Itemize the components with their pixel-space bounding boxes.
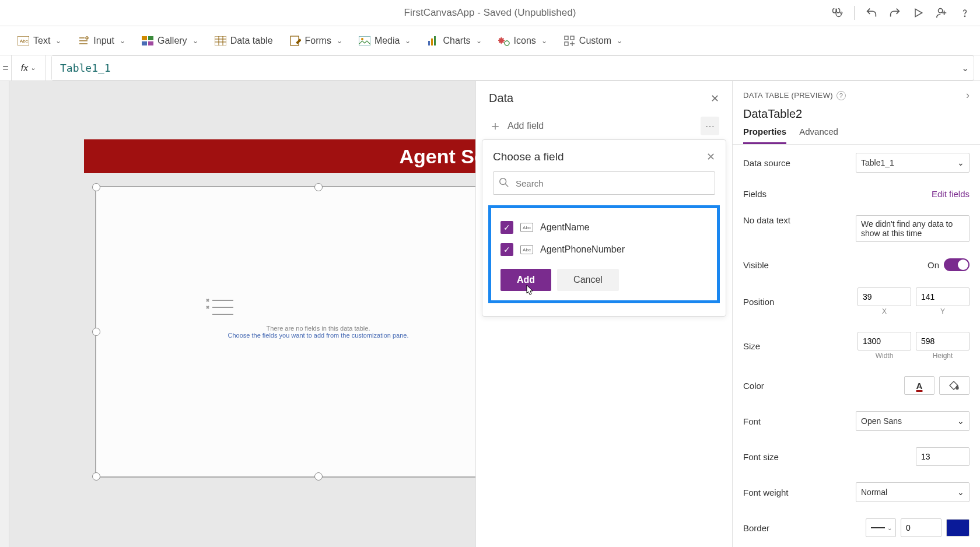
resize-handle-nw[interactable]	[92, 183, 100, 191]
border-color-picker[interactable]	[946, 519, 970, 537]
svg-point-8	[86, 37, 88, 39]
add-field-button[interactable]: ＋ Add field	[489, 117, 544, 135]
ribbon-icons[interactable]: Icons⌄	[498, 35, 547, 47]
tab-properties[interactable]: Properties	[743, 127, 786, 144]
svg-line-32	[506, 184, 509, 187]
fontweight-value: Normal	[861, 488, 887, 497]
help-icon[interactable]	[958, 6, 971, 19]
prop-visible: Visible On	[733, 250, 980, 279]
datatable-icon	[215, 35, 226, 47]
svg-point-31	[500, 178, 506, 185]
formula-bar: = fx⌄ ⌄	[0, 55, 980, 81]
tab-advanced[interactable]: Advanced	[799, 127, 838, 144]
play-icon[interactable]	[912, 6, 925, 19]
undo-icon[interactable]	[865, 6, 878, 19]
checkbox-checked-icon[interactable]: ✓	[501, 243, 513, 256]
field-search-input[interactable]	[493, 171, 715, 195]
visible-toggle[interactable]	[944, 258, 970, 271]
text-type-icon: Abc	[520, 223, 533, 232]
datasource-value: Table1_1	[861, 158, 894, 167]
ribbon-media[interactable]: Media⌄	[359, 35, 411, 47]
media-icon	[359, 35, 370, 47]
formula-expand-icon[interactable]: ⌄	[956, 56, 974, 80]
datasource-select[interactable]: Table1_1 ⌄	[856, 153, 970, 173]
popover-header: Choose a field ✕	[493, 150, 715, 163]
fill-color-picker[interactable]	[939, 376, 970, 395]
font-color-picker[interactable]: A	[904, 376, 935, 395]
resize-handle-n[interactable]	[314, 183, 323, 191]
ribbon-forms-label: Forms	[305, 36, 331, 46]
resize-handle-w[interactable]	[92, 328, 100, 336]
chevron-down-icon: ⌄	[541, 37, 547, 45]
fx-button[interactable]: fx⌄	[12, 55, 46, 80]
data-pane-header: Data ✕	[476, 81, 732, 111]
section-title-text: DATA TABLE (PREVIEW)	[743, 91, 833, 100]
app-title: FirstCanvasApp - Saved (Unpublished)	[404, 7, 576, 19]
empty-text-1: There are no fields in this data table.	[202, 325, 435, 332]
svg-point-1	[939, 9, 943, 13]
control-name[interactable]: DataTable2	[733, 105, 980, 121]
svg-text:Abc: Abc	[20, 38, 28, 44]
svg-rect-25	[565, 36, 568, 40]
edit-fields-link[interactable]: Edit fields	[932, 189, 970, 199]
main-area: Agent Screen There are no fields in this…	[0, 81, 980, 547]
prop-nodatatext: No data text We didn't find any data to …	[733, 207, 980, 250]
left-rail	[0, 81, 9, 547]
canvas-area[interactable]: Agent Screen There are no fields in this…	[9, 81, 475, 547]
ribbon-input[interactable]: Input⌄	[78, 35, 125, 47]
ribbon-media-label: Media	[374, 36, 400, 46]
prop-label: Size	[743, 341, 760, 351]
health-icon[interactable]	[831, 6, 844, 19]
share-icon[interactable]	[935, 6, 948, 19]
properties-pane: DATA TABLE (PREVIEW) ? › DataTable2 Prop…	[732, 81, 980, 547]
gallery-icon	[142, 35, 153, 47]
ribbon-forms[interactable]: Forms⌄	[289, 35, 342, 47]
prop-color: Color A	[733, 368, 980, 403]
popover-title: Choose a field	[493, 150, 564, 163]
field-option-agentname[interactable]: ✓ Abc AgentName	[498, 216, 710, 239]
border-width-input[interactable]	[901, 518, 942, 537]
height-label: Height	[933, 352, 953, 360]
font-select[interactable]: Open Sans ⌄	[856, 411, 970, 431]
fontsize-input[interactable]	[916, 447, 970, 466]
formula-input[interactable]	[52, 56, 956, 80]
field-option-agentphone[interactable]: ✓ Abc AgentPhoneNumber	[498, 239, 710, 261]
ribbon-gallery[interactable]: Gallery⌄	[142, 35, 198, 47]
chevron-right-icon[interactable]: ›	[966, 89, 970, 101]
checkbox-checked-icon[interactable]: ✓	[501, 221, 513, 234]
prop-size: Size Width Height	[733, 324, 980, 368]
prop-datasource: Data source Table1_1 ⌄	[733, 145, 980, 181]
prop-label: Visible	[743, 260, 769, 270]
ribbon-charts[interactable]: Charts⌄	[427, 35, 481, 47]
fontweight-select[interactable]: Normal ⌄	[856, 482, 970, 502]
nodatatext-input[interactable]: We didn't find any data to show at this …	[856, 215, 970, 242]
divider	[854, 6, 855, 20]
ribbon-custom[interactable]: Custom⌄	[564, 35, 622, 47]
resize-handle-s[interactable]	[314, 472, 323, 481]
size-width-input[interactable]	[858, 332, 911, 350]
position-y-input[interactable]	[916, 287, 970, 306]
chevron-down-icon: ⌄	[55, 37, 61, 45]
redo-icon[interactable]	[888, 6, 901, 19]
border-style-picker[interactable]: ⌄	[866, 518, 896, 537]
ribbon-text[interactable]: Abc Text⌄	[18, 35, 61, 47]
input-icon	[78, 35, 89, 47]
svg-rect-21	[428, 41, 430, 45]
position-x-input[interactable]	[858, 287, 911, 306]
cancel-button[interactable]: Cancel	[557, 269, 619, 291]
plus-icon: ＋	[489, 117, 502, 135]
datatable-selection[interactable]: There are no fields in this data table. …	[95, 186, 475, 478]
ribbon-datatable[interactable]: Data table	[215, 35, 273, 47]
svg-rect-19	[359, 36, 370, 45]
resize-handle-sw[interactable]	[92, 472, 100, 481]
properties-section-title: DATA TABLE (PREVIEW) ?	[743, 91, 846, 100]
close-icon[interactable]: ✕	[710, 92, 719, 105]
svg-rect-27	[565, 42, 568, 45]
screen-title: Agent Screen	[84, 139, 475, 173]
svg-rect-13	[215, 36, 226, 45]
size-height-input[interactable]	[916, 332, 970, 350]
more-icon[interactable]: ⋯	[701, 117, 719, 135]
close-icon[interactable]: ✕	[706, 150, 715, 163]
prop-label: Data source	[743, 158, 790, 168]
help-icon[interactable]: ?	[836, 91, 846, 100]
